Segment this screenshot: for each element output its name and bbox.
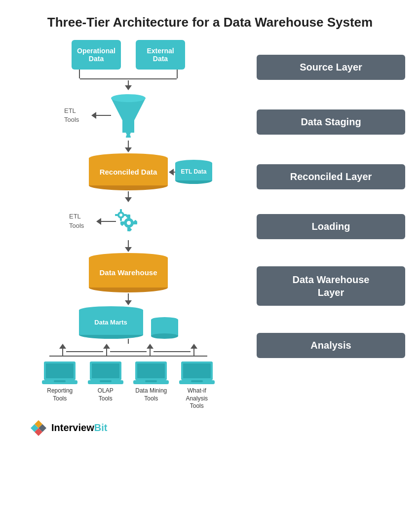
etl-loading-label: ETLTools [69,212,84,230]
page: Three-Tier Architecture for a Data Wareh… [0,0,420,505]
reconciled-layer-label-container: Reconciled Layer [257,164,405,189]
svg-rect-18 [124,214,127,216]
source-row: Operational Data External Data [72,40,185,70]
svg-rect-35 [191,380,203,382]
data-marts-cylinder: Data Marts [79,306,143,339]
etl-data-cylinder: ETL Data [175,160,212,184]
reconciled-arrow [125,191,132,202]
laptop-icon-whatif [179,360,215,385]
labels-column: Source Layer Data Staging Reconciled Lay… [242,40,405,410]
laptop-icon-reporting [42,360,77,385]
svg-rect-21 [46,363,74,378]
data-marts-row: Data Marts [79,306,178,339]
tool-datamining: Data Mining Tools [131,360,172,402]
funnel-icon [109,93,148,138]
etl-arrow-to-funnel [91,112,111,119]
tool-label-whatif: What-if Analysis Tools [186,387,208,410]
tool-whatif: What-if Analysis Tools [177,360,218,410]
svg-rect-19 [115,214,118,216]
funnel-arrow [125,141,132,152]
reconciled-area: Reconciled Data ETL Data [44,153,212,190]
page-title: Three-Tier Architecture for a Data Wareh… [47,15,373,30]
diagram-column: Operational Data External Data [15,40,242,410]
svg-rect-25 [92,363,119,378]
data-staging-label: Data Staging [257,109,405,135]
reconciled-layer-label: Reconciled Layer [257,164,405,189]
etl-loading-area: ETLTools [54,205,202,237]
laptop-icon-datamining [133,360,169,385]
etl-funnel-area: ETLTools [49,93,207,138]
analysis-label-container: Analysis [257,333,405,358]
etl-data-label: ETL Data [181,168,207,175]
etl-tools-label: ETLTools [64,107,79,124]
tool-olap: OLAP Tools [85,360,126,402]
svg-point-1 [111,94,146,102]
loading-label-container: Loading [257,214,405,239]
operational-data-box: Operational Data [72,40,121,70]
svg-rect-16 [120,209,122,212]
interviewbit-logo-icon [30,419,47,437]
source-bracket [72,70,185,79]
source-layer-label: Source Layer [257,55,405,80]
source-layer-label-container: Source Layer [257,45,405,80]
logo-area: InterviewBit [30,419,107,437]
data-warehouse-label: Data Warehouse [100,268,157,278]
extra-cylinder [151,317,178,339]
main-content: Operational Data External Data [15,40,405,410]
logo-bit: Bit [94,422,108,433]
dw-layer-label-container: Data Warehouse Layer [257,266,405,306]
data-warehouse-cylinder: Data Warehouse [89,253,168,292]
logo-interview: Interview [51,422,94,433]
reconciled-data-cylinder: Reconciled Data [89,153,168,190]
svg-rect-33 [183,363,211,378]
svg-point-15 [119,214,122,216]
reconciled-data-label: Reconciled Data [100,167,157,177]
svg-marker-0 [111,98,146,133]
tools-row: Reporting Tools OLAP Tools [39,360,217,410]
external-data-box: External Data [136,40,185,70]
svg-rect-23 [54,380,66,382]
tool-label-olap: OLAP Tools [98,387,114,402]
logo-text: InterviewBit [51,422,107,433]
data-marts-label: Data Marts [94,319,127,327]
dw-arrow [125,293,132,305]
gear-arrow-down [125,240,132,252]
data-staging-label-container: Data Staging [257,109,405,135]
svg-rect-17 [120,218,122,221]
svg-rect-29 [137,363,165,378]
svg-point-5 [127,221,131,225]
laptop-icon-olap [88,360,123,385]
marts-tools-bracket [44,339,212,357]
svg-rect-31 [145,380,157,382]
dw-layer-label: Data Warehouse Layer [257,266,405,306]
gear-arrow [96,218,116,225]
tool-label-reporting: Reporting Tools [47,387,73,402]
loading-label: Loading [257,214,405,239]
svg-rect-27 [100,380,112,382]
tool-reporting: Reporting Tools [39,360,80,402]
source-arrow [125,80,132,90]
analysis-label: Analysis [257,333,405,358]
tool-label-datamining: Data Mining Tools [135,387,167,402]
